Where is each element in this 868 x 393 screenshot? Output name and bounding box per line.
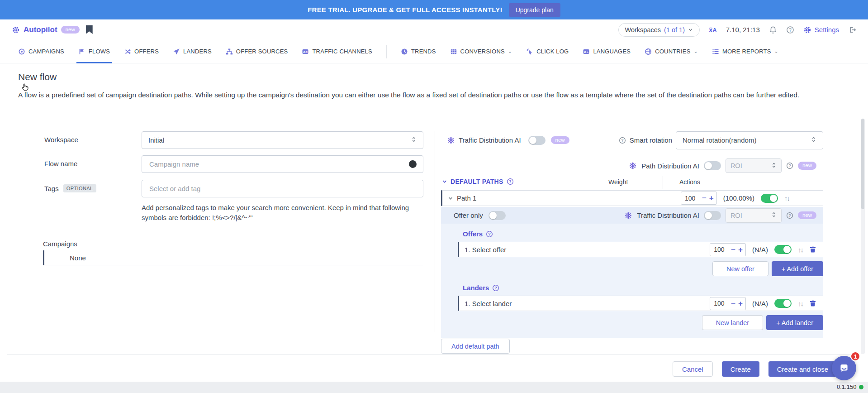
path-traffic-ai-metric-select[interactable]: ROI (726, 208, 782, 223)
flow-name-field (142, 155, 423, 173)
cancel-button[interactable]: Cancel (673, 361, 713, 377)
offer-buttons: New offer + Add offer (441, 261, 823, 276)
traffic-ai-row: Traffic Distribution AI new Smart rotati… (441, 131, 823, 149)
help-icon[interactable] (786, 212, 793, 219)
campaigns-list-item: None (43, 250, 423, 265)
path-traffic-ai-toggle[interactable] (704, 211, 721, 220)
ai-brain-icon (629, 162, 637, 170)
nav-item-campaigns[interactable]: CAMPAIGNS (18, 40, 64, 63)
gear-icon (803, 26, 811, 34)
nav-item-more-reports[interactable]: MORE REPORTS⌄ (712, 40, 778, 63)
campaigns-label: Campaigns (43, 240, 77, 248)
page-description: A flow is a predefined set of campaign d… (18, 90, 837, 101)
list-icon (712, 48, 719, 55)
nav-label: LANGUAGES (593, 48, 631, 55)
chevron-down-icon[interactable] (448, 196, 453, 201)
path-weight-input[interactable] (684, 194, 699, 202)
translate-icon[interactable]: x̄A (709, 26, 717, 34)
default-paths-heading[interactable]: DEFAULT PATHS (442, 178, 514, 185)
weight-minus-button[interactable]: − (731, 246, 735, 254)
app-window: FREE TRIAL. UPGRADE & GET FULL ACCESS IN… (0, 0, 868, 393)
lander-row[interactable]: 1. Select lander − + (N/A) ↑↓ (458, 296, 823, 311)
path-enabled-toggle[interactable] (761, 194, 778, 203)
add-offer-button[interactable]: + Add offer (772, 261, 823, 276)
weight-plus-button[interactable]: + (709, 194, 714, 202)
tags-input[interactable] (148, 184, 417, 193)
add-default-path-button[interactable]: Add default path (441, 339, 510, 354)
lander-row-label: 1. Select lander (465, 300, 512, 307)
help-icon[interactable] (507, 178, 514, 185)
path-weight-control: − + (681, 192, 717, 205)
nav-label: OFFERS (134, 48, 159, 55)
offer-only-row: Offer only Traffic Distribution AI ROI n… (441, 207, 823, 224)
color-picker-dot[interactable] (409, 160, 417, 168)
nav-item-trends[interactable]: TRENDS (401, 40, 436, 63)
help-icon[interactable] (492, 284, 499, 292)
nav-divider (386, 45, 387, 58)
nav-item-conversions[interactable]: CONVERSIONS⌄ (450, 40, 512, 63)
path-ai-toggle[interactable] (704, 161, 721, 170)
add-lander-button[interactable]: + Add lander (766, 315, 823, 330)
create-and-close-button[interactable]: Create and close (768, 361, 837, 377)
settings-link[interactable]: Settings (803, 26, 839, 34)
nav-item-offer-sources[interactable]: OFFER SOURCES (226, 40, 288, 63)
smart-rotation-value: Normal rotation(random) (683, 136, 756, 144)
select-caret-icon (771, 162, 777, 170)
default-paths-label: DEFAULT PATHS (451, 178, 503, 185)
path-name: Path 1 (457, 194, 476, 202)
nav-item-languages[interactable]: LANGUAGES (583, 40, 631, 63)
sort-arrows[interactable]: ↑↓ (784, 194, 789, 202)
gears-icon (12, 26, 20, 34)
version-label: 0.1.150 (837, 383, 856, 390)
help-icon[interactable] (786, 26, 794, 34)
brand-new-badge: new (61, 26, 80, 34)
workspace-select[interactable]: Initial (142, 131, 423, 149)
create-button[interactable]: Create (722, 361, 759, 377)
lander-weight-input[interactable] (713, 299, 728, 307)
nav-item-flows[interactable]: FLOWS (78, 40, 110, 63)
tags-label: Tags (44, 185, 59, 192)
lander-enabled-toggle[interactable] (774, 299, 792, 308)
nav-item-landers[interactable]: LANDERS (173, 40, 212, 63)
brand[interactable]: Autopilot new (12, 25, 80, 34)
nav-item-countries[interactable]: COUNTRIES⌄ (645, 40, 698, 63)
main-content: New flow A flow is a predefined set of c… (0, 63, 868, 382)
flow-name-input[interactable] (148, 160, 409, 168)
nav-item-traffic-channels[interactable]: TRAFFIC CHANNELS (302, 40, 372, 63)
help-icon[interactable] (486, 230, 493, 238)
offer-row[interactable]: 1. Select offer − + (N/A) ↑↓ (458, 242, 823, 257)
weight-plus-button[interactable]: + (738, 300, 743, 307)
sort-arrows[interactable]: ↑↓ (798, 246, 803, 254)
trash-icon[interactable] (809, 300, 816, 307)
sort-arrows[interactable]: ↑↓ (798, 300, 803, 307)
nav-item-offers[interactable]: OFFERS (124, 40, 159, 63)
upgrade-plan-button[interactable]: Upgrade plan (509, 3, 560, 17)
bell-icon[interactable] (769, 26, 777, 34)
path-weight-percent: (100.00%) (723, 194, 754, 202)
trash-icon[interactable] (809, 246, 816, 253)
new-lander-button[interactable]: New lander (702, 315, 763, 330)
weight-minus-button[interactable]: − (702, 194, 707, 202)
weight-minus-button[interactable]: − (731, 300, 735, 307)
chevron-down-icon: ⌄ (694, 48, 698, 54)
offer-weight-input[interactable] (713, 245, 728, 254)
new-offer-button[interactable]: New offer (712, 261, 768, 276)
path-row[interactable]: Path 1 − + (100.00%) ↑↓ (441, 190, 823, 206)
help-icon[interactable] (619, 137, 626, 144)
weight-plus-button[interactable]: + (738, 246, 743, 254)
path-ai-metric-select[interactable]: ROI (726, 158, 782, 173)
paths-panel: Traffic Distribution AI new Smart rotati… (441, 131, 823, 354)
smart-rotation-select[interactable]: Normal rotation(random) (676, 131, 823, 149)
bookmark-icon[interactable] (86, 25, 93, 34)
smart-rotation-label: Smart rotation (630, 136, 672, 144)
scrollbar-thumb[interactable] (861, 119, 864, 209)
main-nav: CAMPAIGNS FLOWS OFFERS LANDERS OFFER SOU… (0, 40, 868, 63)
workspaces-selector[interactable]: Workspaces (1 of 1) (618, 23, 700, 37)
new-badge: new (798, 162, 816, 170)
traffic-ai-toggle[interactable] (528, 136, 545, 145)
offer-only-toggle[interactable] (489, 211, 506, 220)
nav-item-click-log[interactable]: CLICK LOG (526, 40, 569, 63)
logout-icon[interactable] (848, 26, 856, 34)
offer-enabled-toggle[interactable] (774, 245, 792, 254)
help-icon[interactable] (786, 162, 793, 169)
